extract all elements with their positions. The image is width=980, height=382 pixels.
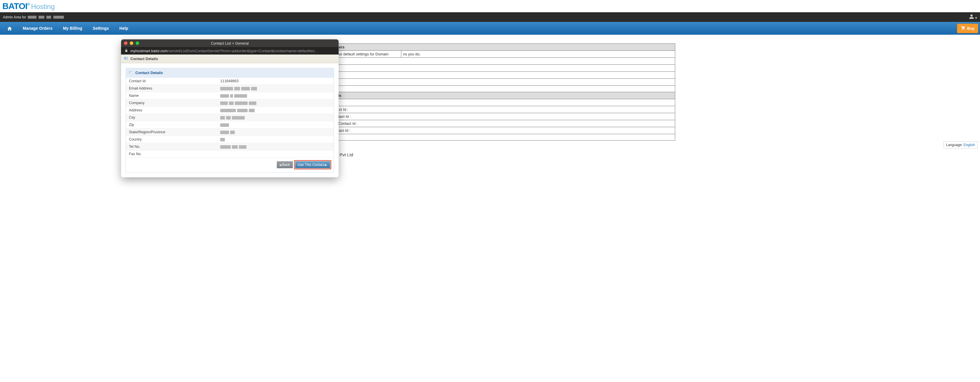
redacted-text xyxy=(220,138,225,142)
redacted-text xyxy=(237,109,248,112)
buy-button[interactable]: Buy xyxy=(957,24,978,33)
default-nameservers-table: Default Nameservers You can change your … xyxy=(305,43,675,140)
card-icon xyxy=(129,70,133,75)
redacted-text xyxy=(241,87,250,91)
contact-key: State/Region/Province xyxy=(126,129,217,136)
default-billing-label: Default Billing Contact Id : xyxy=(305,127,675,134)
card-icon xyxy=(124,56,128,61)
language-selector[interactable]: Language: English xyxy=(943,142,978,148)
contact-value xyxy=(217,85,334,92)
contact-value xyxy=(217,143,334,150)
redacted-text xyxy=(220,116,225,119)
content: Default Nameservers You can change your … xyxy=(305,43,675,160)
language-value[interactable]: English xyxy=(964,143,975,147)
popup-url-bar: myhostmart.batoi.com/servlet/ListDomCont… xyxy=(121,47,339,54)
table-row: Contact Id111648663 xyxy=(126,78,334,85)
ns-2-label: Default NS 2 : xyxy=(305,65,675,72)
contact-key: Company xyxy=(126,99,217,107)
nameservers-info-right: ns you do. xyxy=(401,51,675,58)
contact-key: Contact Id xyxy=(126,78,217,85)
copyright: © Batoi Systems Pvt Ltd xyxy=(305,149,675,160)
redacted-text xyxy=(234,87,240,91)
panel-title: Contact Details xyxy=(121,54,339,63)
nav-manage-orders[interactable]: Manage Orders xyxy=(18,22,58,35)
redacted-text xyxy=(38,16,45,19)
panel-title-text: Contact Details xyxy=(130,57,158,61)
ns-4-label: Default NS 4 : xyxy=(305,79,675,86)
redacted-text xyxy=(232,116,245,119)
contact-value: 111648663 xyxy=(217,78,334,85)
contact-popup-window: Contact List + General myhostmart.batoi.… xyxy=(121,39,339,160)
default-tech-label: Default Tech Contact Id : xyxy=(305,106,675,113)
svg-rect-1 xyxy=(124,58,126,59)
redacted-text xyxy=(220,109,236,112)
popup-body: Contact Details Contact Details Contact … xyxy=(121,54,339,160)
ns-3-label: Default NS 3 : xyxy=(305,72,675,79)
user-menu[interactable]: ▾ xyxy=(969,14,977,20)
table-row: State/Region/Province xyxy=(126,129,334,136)
redacted-text xyxy=(249,109,255,112)
redacted-text xyxy=(53,16,64,19)
home-icon xyxy=(7,26,12,31)
redacted-text xyxy=(249,102,256,105)
contact-key: City xyxy=(126,114,217,121)
redacted-text xyxy=(220,94,229,98)
default-registrant-label: Default Registrant Contact Id : xyxy=(305,120,675,127)
table-row: Company xyxy=(126,99,334,107)
redacted-text xyxy=(230,131,235,134)
contact-details-box: Contact Details Contact Id111648663Email… xyxy=(126,68,334,160)
nav-my-billing[interactable]: My Billing xyxy=(58,22,88,35)
redacted-text xyxy=(220,123,229,127)
contact-value xyxy=(217,136,334,143)
admin-area-label: Admin Area for xyxy=(3,15,26,19)
chevron-down-icon: ▾ xyxy=(975,16,977,20)
popup-window-title: Contact List + General xyxy=(121,41,339,46)
redacted-text xyxy=(220,102,228,105)
contact-details-table: Contact Id111648663Email AddressNameComp… xyxy=(126,78,334,158)
minimize-icon[interactable] xyxy=(130,41,133,45)
contact-box-title: Contact Details xyxy=(135,70,163,75)
contact-value xyxy=(217,121,334,129)
contact-value xyxy=(217,92,334,99)
cart-icon xyxy=(961,25,966,31)
contact-value xyxy=(217,107,334,114)
redacted-text xyxy=(220,87,233,91)
contact-key: Tel No. xyxy=(126,143,217,150)
nameservers-header: Default Nameservers xyxy=(305,44,675,51)
table-row: Tel No. xyxy=(126,143,334,150)
contact-key: Address xyxy=(126,107,217,114)
svg-rect-3 xyxy=(129,72,130,73)
contact-value xyxy=(217,129,334,136)
redacted-text xyxy=(46,16,51,19)
close-icon[interactable] xyxy=(124,41,127,45)
contact-value xyxy=(217,150,334,158)
contact-ids-header: Default Contact Ids xyxy=(305,92,675,99)
maximize-icon[interactable] xyxy=(135,41,139,45)
redacted-text xyxy=(251,87,257,91)
contact-value xyxy=(217,99,334,107)
redacted-text xyxy=(220,131,229,134)
popup-titlebar: Contact List + General xyxy=(121,39,339,47)
brand-header: BATOI ® Hosting xyxy=(0,0,980,12)
language-label: Language: xyxy=(946,143,964,147)
popup-url-rest: /servlet/ListDomContactServlet?from=addo… xyxy=(168,49,318,53)
brand-reg: ® xyxy=(27,2,30,6)
main-nav: Manage Orders My Billing Settings Help B… xyxy=(0,22,980,35)
redacted-text xyxy=(226,116,231,119)
contact-key: Fax No. xyxy=(126,150,217,158)
redacted-text xyxy=(220,145,231,149)
contact-type-label: Contact Type : xyxy=(305,99,675,106)
brand-logo: BATOI xyxy=(2,1,27,11)
nav-home[interactable] xyxy=(2,22,18,35)
brand-subtitle: Hosting xyxy=(31,3,54,11)
contact-key: Zip xyxy=(126,121,217,129)
table-row: City xyxy=(126,114,334,121)
table-row: Fax No. xyxy=(126,150,334,158)
default-admin-label: Default Admin Contact Id : xyxy=(305,113,675,120)
admin-area-bar: Admin Area for ▾ xyxy=(0,12,980,22)
nav-settings[interactable]: Settings xyxy=(88,22,114,35)
redacted-text xyxy=(234,94,247,98)
nav-help[interactable]: Help xyxy=(114,22,133,35)
redacted-text xyxy=(28,16,37,19)
redacted-text xyxy=(235,102,248,105)
